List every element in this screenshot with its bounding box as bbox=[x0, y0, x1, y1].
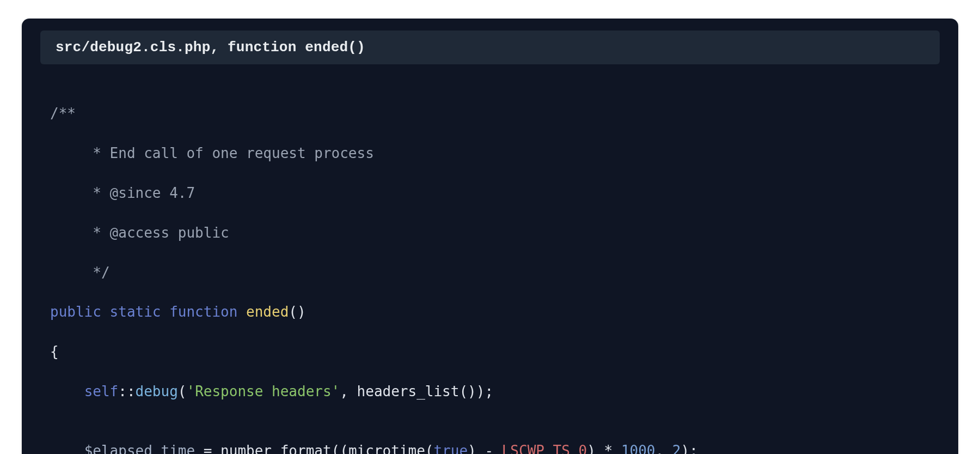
fn-parens: () bbox=[289, 304, 305, 320]
paren-close-2: ) bbox=[468, 383, 476, 399]
self-1: self bbox=[84, 383, 119, 399]
paren-open-2: ( bbox=[459, 383, 468, 399]
kw-static: static bbox=[110, 304, 161, 320]
bool-true: true bbox=[433, 443, 468, 454]
number-format-call: number_format bbox=[220, 443, 332, 454]
paren-open-1: ( bbox=[178, 383, 187, 399]
code-content: /** * End call of one request process * … bbox=[22, 64, 958, 454]
code-block: src/debug2.cls.php, function ended() /**… bbox=[22, 19, 958, 454]
comma-1: , bbox=[340, 383, 357, 399]
kw-public: public bbox=[50, 304, 101, 320]
debug-call-1: debug bbox=[136, 383, 178, 399]
paren-close-5: ) bbox=[468, 443, 476, 454]
const-lscwp: LSCWP_TS_0 bbox=[502, 443, 587, 454]
paren-open-5: ( bbox=[425, 443, 434, 454]
headers-list-call: headers_list bbox=[357, 383, 460, 399]
comment-close: */ bbox=[50, 264, 110, 281]
paren-open-4: ( bbox=[340, 443, 348, 454]
fn-name: ended bbox=[246, 304, 289, 320]
comment-open: /** bbox=[50, 105, 76, 122]
num-1000: 1000 bbox=[621, 443, 656, 454]
comment-line-1: * End call of one request process bbox=[50, 145, 374, 161]
code-title: src/debug2.cls.php, function ended() bbox=[56, 39, 365, 56]
str-response-headers: 'Response headers' bbox=[187, 383, 340, 399]
minus: - bbox=[476, 443, 502, 454]
code-title-bar: src/debug2.cls.php, function ended() bbox=[40, 31, 940, 64]
kw-function: function bbox=[169, 304, 237, 320]
times: * bbox=[596, 443, 621, 454]
dcolon-1: :: bbox=[118, 383, 135, 399]
semi-1: ; bbox=[485, 383, 493, 399]
num-2: 2 bbox=[672, 443, 681, 454]
paren-close-3: ) bbox=[681, 443, 689, 454]
var-elapsed: $elapsed_time bbox=[84, 443, 195, 454]
paren-open-3: ( bbox=[332, 443, 340, 454]
comma-2: , bbox=[656, 443, 672, 454]
brace-open: { bbox=[50, 343, 59, 360]
comment-line-2: * @since 4.7 bbox=[50, 185, 195, 201]
eq: = bbox=[195, 443, 220, 454]
comment-line-3: * @access public bbox=[50, 225, 229, 241]
semi-2: ; bbox=[689, 443, 698, 454]
paren-close-1: ) bbox=[476, 383, 485, 399]
microtime-call: microtime bbox=[348, 443, 425, 454]
paren-close-4: ) bbox=[587, 443, 596, 454]
